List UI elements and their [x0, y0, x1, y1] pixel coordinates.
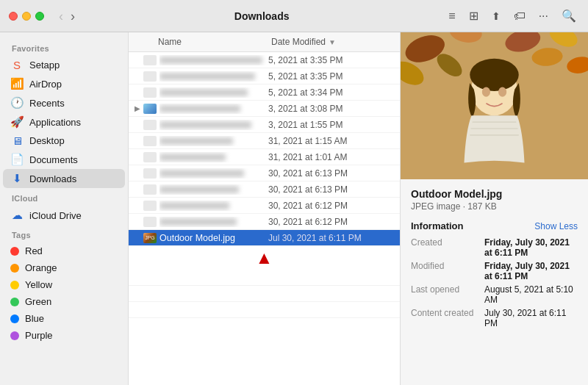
sidebar-item-green[interactable]: Green — [3, 293, 125, 310]
file-icon — [143, 152, 157, 162]
file-icon — [143, 55, 157, 65]
sidebar-desktop-label: Desktop — [29, 135, 65, 146]
yellow-tag-dot — [10, 281, 19, 289]
icloud-icon: ☁ — [10, 209, 24, 222]
sort-arrow: ▼ — [329, 38, 336, 46]
navigation-arrows: ‹ › — [56, 8, 78, 24]
desktop-icon: 🖥 — [10, 134, 24, 147]
created-label: Created — [411, 237, 484, 258]
airdrop-icon: 📶 — [10, 77, 24, 90]
orange-tag-dot — [10, 264, 19, 273]
window-controls — [9, 12, 44, 21]
applications-icon: 🚀 — [10, 115, 24, 129]
file-name — [159, 217, 268, 227]
file-date: 30, 2021 at 6:13 PM — [268, 184, 397, 195]
file-icon — [143, 184, 157, 195]
table-row[interactable]: 30, 2021 at 6:13 PM — [129, 181, 400, 198]
table-row[interactable]: 30, 2021 at 6:13 PM — [129, 165, 400, 181]
file-name — [159, 71, 268, 82]
sidebar-item-documents[interactable]: 📄 Documents — [3, 150, 125, 169]
sidebar-item-recents[interactable]: 🕐 Recents — [3, 93, 125, 112]
recents-icon: 🕐 — [10, 96, 24, 109]
file-icon — [143, 201, 157, 211]
sidebar-airdrop-label: AirDrop — [29, 79, 62, 90]
info-section-header: Information Show Less — [411, 220, 578, 231]
sidebar-item-purple[interactable]: Purple — [3, 327, 125, 344]
svg-point-11 — [482, 87, 490, 97]
forward-button[interactable]: › — [68, 8, 78, 24]
file-icon: JPG — [143, 233, 157, 243]
minimize-button[interactable] — [22, 12, 31, 21]
file-date: 5, 2021 at 3:34 PM — [268, 87, 397, 98]
sidebar-item-airdrop[interactable]: 📶 AirDrop — [3, 74, 125, 93]
share-button[interactable]: ⬆ — [489, 9, 503, 24]
file-rows: 5, 2021 at 3:35 PM 5, 2021 at 3:35 PM 5,… — [129, 52, 400, 385]
content-created-value: July 30, 2021 at 6:11 PM — [484, 308, 578, 328]
modified-row: Modified Friday, July 30, 2021 at 6:11 P… — [411, 261, 578, 281]
table-row[interactable]: 5, 2021 at 3:35 PM — [129, 68, 400, 84]
table-row[interactable]: 5, 2021 at 3:34 PM — [129, 84, 400, 101]
purple-tag-dot — [10, 331, 19, 340]
sidebar-item-desktop[interactable]: 🖥 Desktop — [3, 132, 125, 150]
main-content: Favorites S Setapp 📶 AirDrop 🕐 Recents 🚀… — [0, 32, 588, 385]
modified-label: Modified — [411, 261, 484, 281]
file-icon — [143, 104, 157, 114]
red-tag-dot — [10, 247, 19, 256]
sidebar-item-icloud-drive[interactable]: ☁ iCloud Drive — [3, 206, 125, 225]
sidebar-item-downloads[interactable]: ⬇ Downloads — [3, 169, 125, 188]
table-row[interactable]: 5, 2021 at 3:35 PM — [129, 52, 400, 68]
maximize-button[interactable] — [35, 12, 44, 21]
file-list-header: Name Date Modified ▼ — [129, 32, 400, 52]
sidebar-item-setapp[interactable]: S Setapp — [3, 56, 125, 74]
blue-tag-label: Blue — [25, 313, 44, 324]
search-button[interactable]: 🔍 — [559, 7, 579, 24]
date-column-header[interactable]: Date Modified ▼ — [271, 37, 400, 47]
table-row[interactable]: 31, 2021 at 1:01 AM — [129, 149, 400, 165]
file-name — [159, 136, 268, 146]
created-value: Friday, July 30, 2021 at 6:11 PM — [484, 237, 578, 258]
blue-tag-dot — [10, 314, 19, 323]
window-title: Downloads — [84, 10, 440, 22]
table-row[interactable]: 3, 2021 at 1:55 PM — [129, 117, 400, 133]
file-date: Jul 30, 2021 at 6:11 PM — [268, 233, 397, 243]
sidebar-item-yellow[interactable]: Yellow — [3, 276, 125, 293]
preview-filename: Outdoor Model.jpg — [411, 188, 578, 200]
preview-filetype: JPEG image · 187 KB — [411, 201, 578, 212]
sidebar-applications-label: Applications — [29, 117, 81, 128]
table-row[interactable]: 30, 2021 at 6:12 PM — [129, 198, 400, 214]
info-section-title: Information — [411, 220, 464, 231]
sidebar-item-orange[interactable]: Orange — [3, 259, 125, 276]
name-column-header[interactable]: Name — [129, 37, 271, 47]
last-opened-row: Last opened August 5, 2021 at 5:10 AM — [411, 284, 578, 305]
more-button[interactable]: ··· — [536, 8, 551, 24]
table-row[interactable]: ▶ 3, 2021 at 3:08 PM — [129, 101, 400, 117]
green-tag-label: Green — [25, 296, 51, 307]
close-button[interactable] — [9, 12, 18, 21]
file-name — [159, 55, 268, 65]
toolbar-right: ≡ ⊞ ⬆ 🏷 ··· 🔍 — [445, 7, 579, 24]
sidebar-item-applications[interactable]: 🚀 Applications — [3, 112, 125, 132]
tag-button[interactable]: 🏷 — [511, 8, 528, 24]
table-row[interactable]: 30, 2021 at 6:12 PM — [129, 214, 400, 230]
file-date: 30, 2021 at 6:12 PM — [268, 201, 397, 211]
file-name — [159, 152, 268, 162]
file-icon — [143, 120, 157, 130]
file-name — [159, 104, 268, 114]
file-date: 5, 2021 at 3:35 PM — [268, 55, 397, 65]
grid-view-button[interactable]: ⊞ — [466, 7, 481, 24]
table-row — [129, 286, 400, 302]
selected-file-row[interactable]: JPG Outdoor Model.jpg Jul 30, 2021 at 6:… — [129, 230, 400, 246]
show-less-button[interactable]: Show Less — [534, 221, 578, 231]
tags-label: Tags — [0, 225, 128, 242]
sidebar-item-blue[interactable]: Blue — [3, 310, 125, 327]
last-opened-label: Last opened — [411, 284, 484, 305]
list-view-button[interactable]: ≡ — [445, 8, 458, 24]
file-date: 30, 2021 at 6:13 PM — [268, 168, 397, 179]
back-button[interactable]: ‹ — [56, 8, 66, 24]
purple-tag-label: Purple — [25, 330, 53, 341]
sidebar-recents-label: Recents — [29, 98, 65, 109]
table-row[interactable]: 31, 2021 at 1:15 AM — [129, 133, 400, 149]
sidebar-item-red[interactable]: Red — [3, 242, 125, 259]
file-date: 5, 2021 at 3:35 PM — [268, 71, 397, 82]
svg-point-10 — [470, 59, 519, 91]
